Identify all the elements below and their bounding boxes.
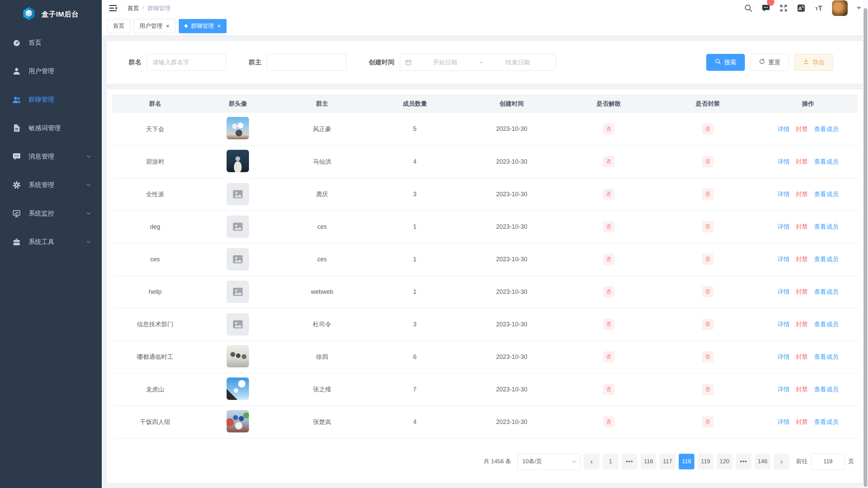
view-members-link[interactable]: 查看成员 (814, 126, 838, 133)
ban-link[interactable]: 封禁 (796, 419, 808, 425)
chevron-down-icon (85, 154, 92, 160)
detail-link[interactable]: 详情 (777, 321, 790, 328)
cell-member-count: 6 (413, 353, 417, 360)
dissolved-badge: 否 (603, 221, 614, 232)
group-avatar (227, 117, 249, 139)
more-pages-icon[interactable]: ••• (736, 454, 751, 469)
goto-page-input[interactable] (811, 453, 845, 470)
sidebar-item-4[interactable]: 消息管理 (0, 142, 102, 171)
svg-text:T: T (818, 4, 822, 12)
cell-owner: 马仙洪 (313, 158, 331, 165)
page-button-118[interactable]: 118 (679, 454, 694, 469)
cell-member-count: 4 (413, 419, 417, 425)
ban-link[interactable]: 封禁 (796, 288, 808, 295)
ban-link[interactable]: 封禁 (796, 191, 808, 198)
page-button-1[interactable]: 1 (603, 454, 618, 469)
detail-link[interactable]: 详情 (777, 386, 790, 393)
ban-link[interactable]: 封禁 (796, 386, 808, 393)
export-button[interactable]: 导出 (794, 54, 833, 71)
goto-page: 前往 页 (796, 453, 854, 470)
sidebar-item-5[interactable]: 系统管理 (0, 171, 102, 199)
detail-link[interactable]: 详情 (777, 126, 790, 133)
banned-badge: 否 (702, 384, 713, 395)
view-members-link[interactable]: 查看成员 (814, 288, 838, 295)
tab-0[interactable]: 首页 (107, 19, 130, 33)
ban-link[interactable]: 封禁 (796, 158, 808, 165)
column-header: 操作 (758, 95, 857, 113)
detail-link[interactable]: 详情 (777, 288, 790, 295)
menu-fold-icon[interactable] (108, 3, 118, 13)
view-members-link[interactable]: 查看成员 (814, 191, 838, 198)
sidebar-item-3[interactable]: 敏感词管理 (0, 114, 102, 142)
fullscreen-icon[interactable] (779, 4, 788, 13)
sidebar-item-7[interactable]: 系统工具 (0, 228, 102, 256)
cell-owner: ces (317, 256, 327, 263)
detail-link[interactable]: 详情 (777, 158, 790, 165)
date-range-picker[interactable]: 开始日期 - 结束日期 (400, 54, 556, 71)
next-page-button[interactable]: › (774, 454, 789, 469)
page-size-select[interactable]: 10条/页 (517, 453, 580, 470)
filter-created: 创建时间 开始日期 - 结束日期 (369, 54, 556, 71)
prev-page-button[interactable]: ‹ (584, 454, 599, 469)
table-row: cesces12023-10-30否否详情封禁查看成员 (112, 243, 857, 276)
ban-link[interactable]: 封禁 (796, 353, 808, 360)
ban-link[interactable]: 封禁 (796, 321, 808, 328)
font-size-icon[interactable]: TT (814, 4, 823, 13)
page-button-120[interactable]: 120 (717, 454, 732, 469)
svg-text:T: T (815, 6, 818, 12)
sidebar-item-6[interactable]: 系统监控 (0, 199, 102, 228)
column-header: 是否解散 (560, 95, 657, 113)
chevron-down-icon[interactable] (856, 7, 861, 9)
detail-link[interactable]: 详情 (777, 419, 790, 425)
page-size-value: 10条/页 (522, 458, 542, 465)
search-icon[interactable] (744, 4, 753, 13)
view-members-link[interactable]: 查看成员 (814, 158, 838, 165)
breadcrumb-separator: / (142, 5, 144, 12)
detail-link[interactable]: 详情 (777, 223, 790, 230)
view-members-link[interactable]: 查看成员 (814, 386, 838, 393)
scrollbar-thumb[interactable] (864, 8, 867, 487)
ban-link[interactable]: 封禁 (796, 256, 808, 263)
group-name-input[interactable] (147, 54, 226, 71)
ban-link[interactable]: 封禁 (796, 126, 808, 133)
group-avatar (227, 183, 249, 205)
view-members-link[interactable]: 查看成员 (814, 321, 838, 328)
ban-link[interactable]: 封禁 (796, 223, 808, 230)
page-button-146[interactable]: 146 (755, 454, 770, 469)
document-icon (12, 124, 21, 133)
column-header: 是否封禁 (657, 95, 758, 113)
tab-bar: 首页用户管理×群聊管理× (102, 16, 868, 36)
more-pages-icon[interactable]: ••• (622, 454, 637, 469)
owner-input[interactable] (267, 54, 346, 71)
reset-button[interactable]: 重置 (750, 54, 789, 71)
detail-link[interactable]: 详情 (777, 256, 790, 263)
cell-member-count: 4 (413, 158, 417, 165)
view-members-link[interactable]: 查看成员 (814, 223, 838, 230)
page-button-117[interactable]: 117 (660, 454, 675, 469)
svg-text:文: 文 (802, 5, 805, 8)
search-button[interactable]: 搜索 (706, 54, 745, 71)
tab-1[interactable]: 用户管理× (134, 19, 175, 33)
dissolved-badge: 否 (603, 254, 614, 265)
sidebar-item-2[interactable]: 群聊管理 (0, 85, 102, 114)
view-members-link[interactable]: 查看成员 (814, 256, 838, 263)
detail-link[interactable]: 详情 (777, 353, 790, 360)
close-icon[interactable]: × (217, 23, 221, 29)
user-avatar[interactable] (832, 0, 848, 16)
message-icon[interactable] (761, 4, 770, 13)
breadcrumb: 首页 / 群聊管理 (128, 4, 171, 12)
detail-link[interactable]: 详情 (777, 191, 790, 198)
sidebar-item-0[interactable]: 首页 (0, 28, 102, 57)
breadcrumb-home[interactable]: 首页 (128, 4, 139, 12)
translate-icon[interactable]: A文 (797, 4, 806, 13)
group-avatar (227, 248, 249, 270)
view-members-link[interactable]: 查看成员 (814, 353, 838, 360)
tab-2[interactable]: 群聊管理× (179, 19, 227, 33)
view-members-link[interactable]: 查看成员 (814, 419, 838, 425)
page-button-116[interactable]: 116 (641, 454, 656, 469)
sidebar-item-1[interactable]: 用户管理 (0, 57, 102, 85)
group-avatar (227, 281, 249, 303)
page-button-119[interactable]: 119 (698, 454, 713, 469)
cell-created: 2023-10-30 (496, 321, 527, 328)
close-icon[interactable]: × (166, 23, 170, 29)
